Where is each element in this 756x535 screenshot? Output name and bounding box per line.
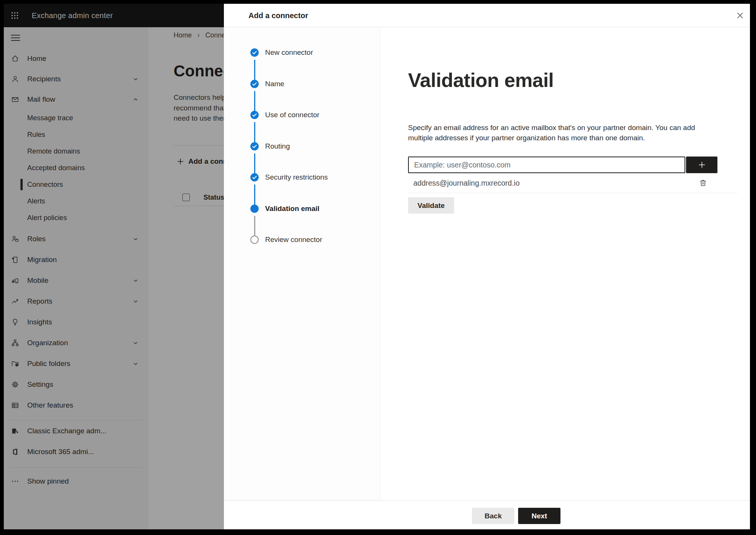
step-circle-security-restrictions [250,173,259,181]
added-address-row: address@journaling.mxrecord.io [408,175,737,191]
add-connector-dialog: Add a connector New connector Name Use o… [224,4,750,529]
step-connector-line [254,216,255,237]
check-icon [250,80,259,88]
check-icon [250,142,259,150]
check-icon [250,48,259,57]
step-description: Specify an email address for an active m… [408,123,695,143]
step-circle-name [250,80,259,88]
step-label-routing[interactable]: Routing [265,142,290,150]
close-icon[interactable] [735,10,745,21]
dialog-title: Add a connector [248,4,308,27]
step-label-validation-email[interactable]: Validation email [265,205,320,213]
step-connector-line [254,91,255,112]
step-heading: Validation email [408,69,554,91]
screen: Exchange admin center Home Recipients [4,4,750,529]
step-circle-routing [250,142,259,150]
plus-icon [697,160,706,169]
step-label-use-of-connector[interactable]: Use of connector [265,111,320,119]
dialog-footer: Back Next [224,500,750,529]
step-label-review-connector[interactable]: Review connector [265,236,322,244]
added-address-text: address@journaling.mxrecord.io [413,175,520,191]
step-circle-new-connector [250,48,259,57]
trash-icon[interactable] [699,178,708,188]
validation-email-input[interactable] [408,157,685,173]
step-label-name[interactable]: Name [265,80,284,88]
check-icon [250,173,259,181]
step-circle-validation-email [250,205,259,213]
step-connector-line [254,122,255,143]
add-email-button[interactable] [686,157,717,173]
wizard-stepper: New connector Name Use of connector Rout… [224,27,380,500]
dialog-header: Add a connector [224,4,750,27]
step-connector-line [254,185,255,206]
step-label-new-connector[interactable]: New connector [265,48,313,57]
validate-button[interactable]: Validate [408,197,454,214]
back-button[interactable]: Back [472,508,514,524]
step-connector-line [254,60,255,81]
check-icon [250,111,259,119]
next-button[interactable]: Next [518,508,560,524]
step-circle-use-of-connector [250,111,259,119]
step-connector-line [254,154,255,174]
step-circle-review-connector [250,236,259,244]
address-list-divider [408,193,737,193]
step-label-security-restrictions[interactable]: Security restrictions [265,173,328,181]
